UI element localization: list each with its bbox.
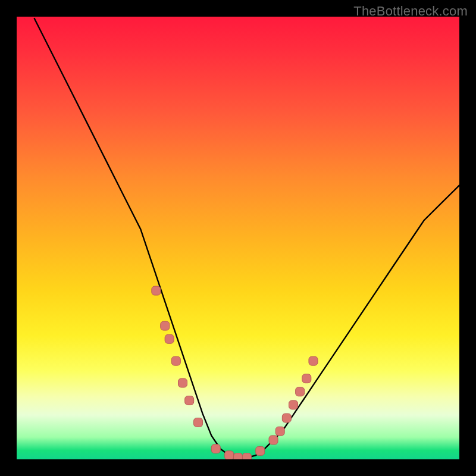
data-marker xyxy=(269,436,278,444)
data-marker xyxy=(171,356,180,365)
data-marker xyxy=(289,400,298,409)
bottleneck-curve xyxy=(35,18,459,458)
chart-stage: TheBottleneck.com xyxy=(0,0,476,476)
plot-area xyxy=(17,17,459,459)
data-marker xyxy=(194,418,203,427)
marker-layer xyxy=(152,286,318,459)
data-marker xyxy=(242,453,251,460)
data-marker xyxy=(178,378,187,387)
data-marker xyxy=(282,414,291,422)
data-marker xyxy=(275,427,284,436)
data-marker xyxy=(234,453,243,460)
data-marker xyxy=(296,387,305,396)
data-marker xyxy=(225,451,234,459)
data-marker xyxy=(211,444,220,453)
data-marker xyxy=(302,374,311,383)
data-marker xyxy=(161,321,170,330)
data-marker xyxy=(152,286,161,295)
data-marker xyxy=(165,334,174,343)
data-marker xyxy=(185,396,194,405)
data-marker xyxy=(256,446,265,455)
chart-svg xyxy=(17,17,459,459)
data-marker xyxy=(309,356,318,365)
